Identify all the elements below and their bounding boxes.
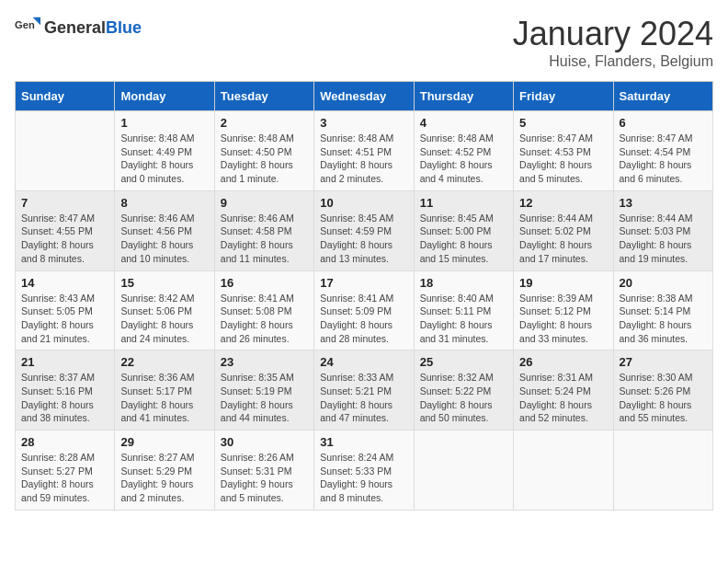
- day-info: Sunrise: 8:44 AM Sunset: 5:02 PM Dayligh…: [519, 212, 607, 266]
- calendar-cell: [613, 431, 712, 511]
- day-info: Sunrise: 8:41 AM Sunset: 5:08 PM Dayligh…: [221, 292, 308, 346]
- day-number: 18: [420, 276, 507, 290]
- day-info: Sunrise: 8:32 AM Sunset: 5:22 PM Dayligh…: [420, 371, 507, 425]
- calendar-cell: 10Sunrise: 8:45 AM Sunset: 4:59 PM Dayli…: [314, 190, 414, 270]
- calendar-week-row: 28Sunrise: 8:28 AM Sunset: 5:27 PM Dayli…: [16, 431, 713, 511]
- day-info: Sunrise: 8:42 AM Sunset: 5:06 PM Dayligh…: [120, 292, 208, 346]
- day-number: 27: [620, 355, 707, 369]
- column-header-monday: Monday: [115, 82, 214, 111]
- calendar-week-row: 1Sunrise: 8:48 AM Sunset: 4:49 PM Daylig…: [16, 111, 713, 191]
- calendar-cell: 4Sunrise: 8:48 AM Sunset: 4:52 PM Daylig…: [414, 111, 513, 191]
- column-header-wednesday: Wednesday: [314, 82, 414, 111]
- logo: Gen GeneralBlue: [15, 15, 142, 40]
- day-number: 3: [320, 116, 407, 130]
- day-number: 31: [320, 435, 407, 449]
- day-number: 24: [320, 355, 407, 369]
- day-number: 20: [620, 276, 707, 290]
- calendar-cell: [414, 431, 513, 511]
- day-number: 14: [21, 276, 108, 290]
- calendar-week-row: 21Sunrise: 8:37 AM Sunset: 5:16 PM Dayli…: [16, 350, 713, 431]
- day-number: 22: [120, 355, 208, 369]
- day-number: 23: [221, 355, 308, 369]
- day-number: 4: [420, 116, 507, 130]
- svg-text:Gen: Gen: [15, 19, 35, 30]
- day-info: Sunrise: 8:38 AM Sunset: 5:14 PM Dayligh…: [620, 292, 707, 346]
- day-info: Sunrise: 8:40 AM Sunset: 5:11 PM Dayligh…: [420, 292, 507, 346]
- calendar-cell: 2Sunrise: 8:48 AM Sunset: 4:50 PM Daylig…: [214, 111, 313, 191]
- day-number: 13: [620, 196, 707, 210]
- calendar-cell: 25Sunrise: 8:32 AM Sunset: 5:22 PM Dayli…: [414, 350, 513, 431]
- day-info: Sunrise: 8:48 AM Sunset: 4:50 PM Dayligh…: [221, 132, 308, 186]
- day-number: 1: [120, 116, 208, 130]
- day-info: Sunrise: 8:30 AM Sunset: 5:26 PM Dayligh…: [620, 371, 707, 425]
- column-header-saturday: Saturday: [613, 82, 712, 111]
- calendar-cell: 19Sunrise: 8:39 AM Sunset: 5:12 PM Dayli…: [514, 270, 613, 350]
- calendar-cell: 22Sunrise: 8:36 AM Sunset: 5:17 PM Dayli…: [115, 350, 214, 431]
- calendar-cell: 14Sunrise: 8:43 AM Sunset: 5:05 PM Dayli…: [16, 270, 115, 350]
- calendar-cell: 27Sunrise: 8:30 AM Sunset: 5:26 PM Dayli…: [613, 350, 712, 431]
- day-info: Sunrise: 8:45 AM Sunset: 5:00 PM Dayligh…: [420, 212, 507, 266]
- calendar-cell: 29Sunrise: 8:27 AM Sunset: 5:29 PM Dayli…: [115, 431, 214, 511]
- day-number: 11: [420, 196, 507, 210]
- calendar-cell: 15Sunrise: 8:42 AM Sunset: 5:06 PM Dayli…: [115, 270, 214, 350]
- day-info: Sunrise: 8:48 AM Sunset: 4:51 PM Dayligh…: [320, 132, 407, 186]
- logo-blue-text: Blue: [106, 18, 142, 37]
- column-header-friday: Friday: [514, 82, 613, 111]
- calendar-cell: 12Sunrise: 8:44 AM Sunset: 5:02 PM Dayli…: [514, 190, 613, 270]
- day-number: 19: [519, 276, 607, 290]
- calendar-cell: 5Sunrise: 8:47 AM Sunset: 4:53 PM Daylig…: [514, 111, 613, 191]
- calendar-cell: 18Sunrise: 8:40 AM Sunset: 5:11 PM Dayli…: [414, 270, 513, 350]
- day-number: 5: [519, 116, 607, 130]
- calendar-cell: [514, 431, 613, 511]
- column-header-tuesday: Tuesday: [214, 82, 313, 111]
- calendar-cell: 3Sunrise: 8:48 AM Sunset: 4:51 PM Daylig…: [314, 111, 414, 191]
- calendar-cell: 21Sunrise: 8:37 AM Sunset: 5:16 PM Dayli…: [16, 350, 115, 431]
- day-number: 15: [120, 276, 208, 290]
- calendar-cell: 20Sunrise: 8:38 AM Sunset: 5:14 PM Dayli…: [613, 270, 712, 350]
- day-info: Sunrise: 8:48 AM Sunset: 4:52 PM Dayligh…: [420, 132, 507, 186]
- month-title: January 2024: [513, 15, 713, 53]
- calendar-cell: 17Sunrise: 8:41 AM Sunset: 5:09 PM Dayli…: [314, 270, 414, 350]
- calendar-cell: [16, 111, 115, 191]
- calendar-cell: 11Sunrise: 8:45 AM Sunset: 5:00 PM Dayli…: [414, 190, 513, 270]
- day-number: 21: [21, 355, 108, 369]
- day-number: 12: [519, 196, 607, 210]
- day-info: Sunrise: 8:47 AM Sunset: 4:55 PM Dayligh…: [21, 212, 108, 266]
- calendar-week-row: 7Sunrise: 8:47 AM Sunset: 4:55 PM Daylig…: [16, 190, 713, 270]
- column-header-sunday: Sunday: [16, 82, 115, 111]
- day-info: Sunrise: 8:33 AM Sunset: 5:21 PM Dayligh…: [320, 371, 407, 425]
- calendar-cell: 8Sunrise: 8:46 AM Sunset: 4:56 PM Daylig…: [115, 190, 214, 270]
- calendar-cell: 7Sunrise: 8:47 AM Sunset: 4:55 PM Daylig…: [16, 190, 115, 270]
- day-info: Sunrise: 8:44 AM Sunset: 5:03 PM Dayligh…: [620, 212, 707, 266]
- day-number: 16: [221, 276, 308, 290]
- location-title: Huise, Flanders, Belgium: [513, 53, 713, 70]
- day-number: 25: [420, 355, 507, 369]
- column-header-thursday: Thursday: [414, 82, 513, 111]
- calendar-table: SundayMondayTuesdayWednesdayThursdayFrid…: [15, 81, 713, 511]
- logo-icon: Gen: [15, 15, 40, 40]
- calendar-cell: 9Sunrise: 8:46 AM Sunset: 4:58 PM Daylig…: [214, 190, 313, 270]
- calendar-cell: 26Sunrise: 8:31 AM Sunset: 5:24 PM Dayli…: [514, 350, 613, 431]
- calendar-cell: 24Sunrise: 8:33 AM Sunset: 5:21 PM Dayli…: [314, 350, 414, 431]
- day-info: Sunrise: 8:31 AM Sunset: 5:24 PM Dayligh…: [519, 371, 607, 425]
- calendar-cell: 31Sunrise: 8:24 AM Sunset: 5:33 PM Dayli…: [314, 431, 414, 511]
- calendar-cell: 6Sunrise: 8:47 AM Sunset: 4:54 PM Daylig…: [613, 111, 712, 191]
- day-info: Sunrise: 8:28 AM Sunset: 5:27 PM Dayligh…: [21, 451, 108, 505]
- day-number: 8: [120, 196, 208, 210]
- day-info: Sunrise: 8:45 AM Sunset: 4:59 PM Dayligh…: [320, 212, 407, 266]
- day-info: Sunrise: 8:37 AM Sunset: 5:16 PM Dayligh…: [21, 371, 108, 425]
- day-number: 29: [120, 435, 208, 449]
- day-info: Sunrise: 8:46 AM Sunset: 4:58 PM Dayligh…: [221, 212, 308, 266]
- title-block: January 2024 Huise, Flanders, Belgium: [513, 15, 713, 70]
- day-info: Sunrise: 8:35 AM Sunset: 5:19 PM Dayligh…: [221, 371, 308, 425]
- day-number: 28: [21, 435, 108, 449]
- day-info: Sunrise: 8:46 AM Sunset: 4:56 PM Dayligh…: [120, 212, 208, 266]
- calendar-cell: 23Sunrise: 8:35 AM Sunset: 5:19 PM Dayli…: [214, 350, 313, 431]
- day-info: Sunrise: 8:43 AM Sunset: 5:05 PM Dayligh…: [21, 292, 108, 346]
- day-number: 7: [21, 196, 108, 210]
- logo-general-text: General: [44, 18, 106, 37]
- day-info: Sunrise: 8:47 AM Sunset: 4:54 PM Dayligh…: [620, 132, 707, 186]
- calendar-cell: 13Sunrise: 8:44 AM Sunset: 5:03 PM Dayli…: [613, 190, 712, 270]
- day-info: Sunrise: 8:39 AM Sunset: 5:12 PM Dayligh…: [519, 292, 607, 346]
- calendar-header-row: SundayMondayTuesdayWednesdayThursdayFrid…: [16, 82, 713, 111]
